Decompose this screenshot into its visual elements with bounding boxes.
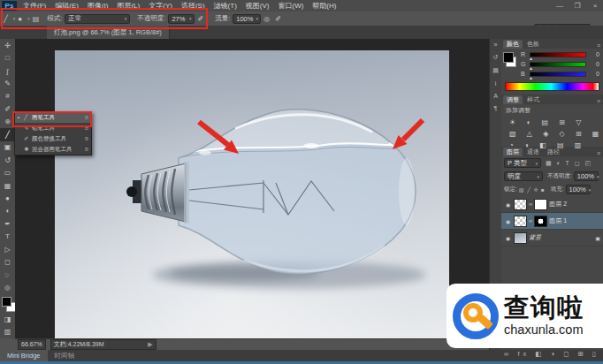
info-panel-icon[interactable]: i xyxy=(495,80,497,87)
crop-tool[interactable]: # xyxy=(0,90,15,102)
tab-timeline[interactable]: 时间轴 xyxy=(48,350,82,361)
character-panel-icon[interactable]: A xyxy=(493,93,498,99)
move-tool[interactable]: ✢ xyxy=(0,39,15,51)
path-selection-tool[interactable]: ▷ xyxy=(0,243,15,255)
eraser-tool[interactable]: ▭ xyxy=(0,166,15,178)
lasso-tool[interactable]: ʃ xyxy=(0,64,15,77)
flyout-item-color-replacement[interactable]: ✐ 颜色替换工具 B xyxy=(15,133,91,144)
flyout-item-mixer-brush[interactable]: ❖ 混合器画笔工具 B xyxy=(15,144,91,155)
layer-thumbnail[interactable] xyxy=(514,216,527,227)
tab-channels[interactable]: 通道 xyxy=(523,148,543,156)
blue-value[interactable]: 0 xyxy=(589,71,599,77)
clone-stamp-tool[interactable]: ▣ xyxy=(0,141,15,154)
menu-filter[interactable]: 滤镜(T) xyxy=(210,0,241,11)
visibility-eye-icon[interactable]: ◉ xyxy=(504,235,512,241)
layer-fill-select[interactable]: 100% ▾ xyxy=(566,185,591,194)
brush-tool-icon[interactable]: ╱ xyxy=(4,15,8,23)
tab-styles[interactable]: 样式 xyxy=(523,95,543,104)
dodge-tool[interactable]: ◖ xyxy=(0,205,15,217)
adjustment-icons-row1[interactable]: ☀ ◐ ▤ ⊞ ▽ xyxy=(501,117,603,128)
menu-window[interactable]: 窗口(W) xyxy=(273,0,308,11)
layer-filter-select[interactable]: P 类型 ▾ xyxy=(504,158,541,168)
layer-name[interactable]: 图层 2 xyxy=(549,200,567,209)
paragraph-panel-icon[interactable]: ¶ xyxy=(494,105,498,111)
red-slider[interactable]: ▲ xyxy=(530,52,586,57)
pen-tool[interactable]: ✒ xyxy=(0,217,15,230)
marquee-tool[interactable]: □ xyxy=(0,51,15,64)
panel-menu-icon[interactable]: ≡ xyxy=(597,42,600,49)
green-slider[interactable]: ▲ xyxy=(530,62,586,67)
canvas[interactable] xyxy=(55,50,449,338)
panel-menu-icon[interactable]: ≡ xyxy=(597,98,600,104)
type-tool[interactable]: T xyxy=(0,231,15,243)
red-value[interactable]: 0 xyxy=(589,51,599,57)
gradient-tool[interactable]: ▦ xyxy=(0,179,15,192)
adjustment-icons-row2[interactable]: ▧ △ ◈ ◇ ⊞ ▦ xyxy=(501,128,603,140)
menu-file[interactable]: 文件(F) xyxy=(19,0,50,11)
tab-paths[interactable]: 路径 xyxy=(544,148,563,156)
layer-opacity-select[interactable]: 100% ▾ xyxy=(574,171,599,181)
history-brush-tool[interactable]: ↺ xyxy=(0,154,15,166)
collapse-panels-icon[interactable]: » xyxy=(494,42,498,48)
foreground-color-swatch[interactable] xyxy=(503,52,514,63)
document-tab[interactable]: 灯泡.png @ 66.7% (图层 1, RGB/8#) xyxy=(47,26,170,39)
flyout-item-pencil[interactable]: ✎ 铅笔工具 B xyxy=(15,123,91,133)
layer-thumbnail[interactable] xyxy=(514,232,527,244)
tab-color[interactable]: 颜色 xyxy=(503,40,523,49)
menu-help[interactable]: 帮助(H) xyxy=(308,0,340,11)
layer-row-background[interactable]: ◉ 背景 ▣ xyxy=(501,230,603,246)
airbrush-icon[interactable]: ◎ xyxy=(263,15,270,23)
foreground-color-swatch[interactable] xyxy=(2,297,11,307)
layer-mask-thumbnail[interactable] xyxy=(534,216,547,227)
layer-row-2[interactable]: ◉ ∞ 图层 2 xyxy=(501,196,603,213)
healing-brush-tool[interactable]: ⊕ xyxy=(0,116,15,128)
quick-mask-icon[interactable]: ◨ xyxy=(0,313,15,325)
blue-slider[interactable]: ▲ xyxy=(530,72,586,77)
screen-mode-icon[interactable]: ▥ xyxy=(0,325,15,337)
panel-menu-icon[interactable]: ≡ xyxy=(597,150,600,156)
menu-edit[interactable]: 编辑(E) xyxy=(50,0,83,11)
flow-select[interactable]: 100% ▾ xyxy=(233,14,261,24)
layer-mask-thumbnail[interactable] xyxy=(534,199,547,210)
minimize-button[interactable]: — xyxy=(553,0,566,11)
layer-thumbnail[interactable] xyxy=(514,199,527,210)
layer-filter-kind-icons[interactable]: ▦ ◐ T ◻ ◰ xyxy=(546,160,592,167)
menu-select[interactable]: 选择(S) xyxy=(177,0,210,11)
tablet-pressure-opacity-icon[interactable]: ✐ xyxy=(197,15,203,23)
layer-name[interactable]: 背景 xyxy=(529,233,541,242)
green-value[interactable]: 0 xyxy=(589,61,599,67)
menu-image[interactable]: 图像(I) xyxy=(83,0,113,11)
brush-preset-caret-icon[interactable]: ▾ xyxy=(27,16,30,21)
history-panel-icon[interactable]: ↺ xyxy=(493,54,499,61)
tab-layers[interactable]: 图层 xyxy=(503,148,523,156)
layer-row-1[interactable]: ◉ ∞ 图层 1 xyxy=(501,213,603,230)
hand-tool[interactable]: ☞ xyxy=(0,269,15,281)
tab-swatches[interactable]: 色板 xyxy=(523,40,543,49)
restore-button[interactable]: ❐ xyxy=(571,0,584,11)
layers-panel-bottom-icons[interactable]: ∞ fx ◧ ◑ ◻ ⊞ ▯ xyxy=(504,350,599,358)
properties-panel-icon[interactable]: ▤ xyxy=(492,67,499,74)
lock-icons[interactable]: ▨ ╱ ✢ ■ xyxy=(519,186,546,193)
shape-tool[interactable]: ◻ xyxy=(0,255,15,268)
status-arrow-icon[interactable]: ▶ xyxy=(148,340,152,349)
tab-adjustments[interactable]: 调整 xyxy=(503,95,523,104)
tool-preset-caret-icon[interactable]: ▾ xyxy=(13,16,16,21)
visibility-eye-icon[interactable]: ◉ xyxy=(504,218,512,224)
tablet-pressure-size-icon[interactable]: ✐ xyxy=(275,15,281,23)
blend-mode-select[interactable]: 正常 ▾ xyxy=(65,14,130,24)
visibility-eye-icon[interactable]: ◉ xyxy=(504,201,512,208)
opacity-select[interactable]: 27% ▾ xyxy=(168,14,195,24)
brush-tool[interactable]: ╱ xyxy=(0,128,15,140)
brush-preset-picker-icon[interactable]: ● xyxy=(18,15,22,23)
brush-panel-toggle-icon[interactable]: ▤ xyxy=(33,15,40,23)
color-ramp[interactable] xyxy=(505,82,599,91)
flyout-item-brush[interactable]: • ╱ 画笔工具 B xyxy=(15,112,91,123)
menu-view[interactable]: 视图(V) xyxy=(241,0,274,11)
layer-name[interactable]: 图层 1 xyxy=(549,216,567,225)
menu-layer[interactable]: 图层(L) xyxy=(112,0,144,11)
close-button[interactable]: × xyxy=(589,0,601,11)
zoom-tool[interactable]: ◎ xyxy=(0,281,15,293)
layer-blend-mode-select[interactable]: 明度 ▾ xyxy=(504,171,543,181)
zoom-level-field[interactable]: 66.67% xyxy=(18,339,46,350)
tab-mini-bridge[interactable]: Mini Bridge xyxy=(0,350,48,361)
